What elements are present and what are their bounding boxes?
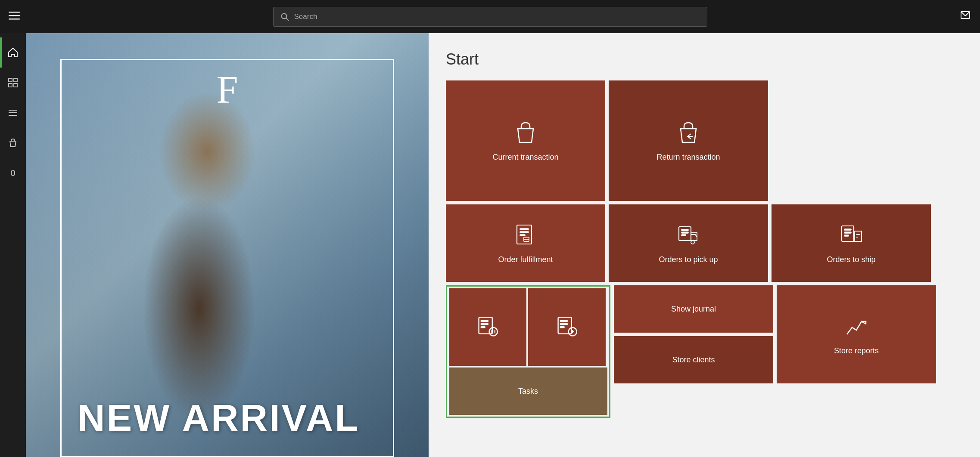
tile-orders-to-ship-label: Orders to ship [822,255,880,264]
svg-rect-17 [520,232,529,233]
search-bar-wrapper: Search [273,7,707,27]
tile-orders-to-ship[interactable]: Orders to ship [772,204,931,282]
sidebar-item-home[interactable] [0,37,26,68]
svg-point-25 [691,241,694,244]
left-group: Tasks [446,285,610,418]
search-placeholder: Search [294,12,317,21]
start-title: Start [446,50,963,68]
sidebar-item-products[interactable] [0,68,26,98]
svg-rect-11 [14,83,17,87]
svg-rect-26 [842,226,854,241]
svg-rect-23 [681,232,688,233]
hero-headline: NEW ARRIVAL [78,396,360,440]
svg-rect-29 [844,235,849,236]
tile-store-clients[interactable]: Store clients [614,336,773,383]
svg-point-3 [281,13,286,19]
svg-rect-2 [9,19,20,20]
search-icon [280,12,289,21]
svg-rect-18 [520,235,525,236]
svg-rect-22 [681,229,688,231]
svg-rect-39 [560,324,567,325]
svg-rect-21 [679,227,691,241]
tile-tasks-label: Tasks [514,387,542,396]
sidebar: 0 [0,33,26,457]
tile-my-clients-label: Show journal [667,305,720,314]
svg-point-34 [489,327,498,336]
tile-my-clients[interactable]: Show journal [614,285,773,333]
tile-store-clients-label: Store clients [668,355,719,364]
svg-rect-31 [481,320,488,321]
tile-tasks[interactable]: Tasks [449,367,607,415]
svg-rect-9 [14,78,17,82]
sidebar-item-bag[interactable] [0,128,26,158]
return-bag-icon [675,120,701,146]
pickup-truck-icon [675,222,701,248]
svg-line-7 [965,12,970,16]
svg-rect-32 [481,324,488,325]
tiles-row-2: Order fulfillment Orders to pick up [446,204,963,282]
tile-show-journal[interactable] [528,288,606,366]
tiles-row-3: Tasks Show journal Store clients [446,285,963,418]
main-area: 0 F NEW ARRIVAL Start Current transactio… [0,33,980,457]
right-panel: Start Current transaction [429,33,980,457]
recall-icon [475,314,501,340]
small-tiles-row [449,288,607,366]
journal-icon [554,314,580,340]
hero-brand: F [216,68,238,112]
tile-store-reports-label: Store reports [830,346,883,355]
tile-return-transaction[interactable]: Return transaction [609,80,768,201]
svg-rect-16 [520,228,529,230]
svg-rect-10 [9,83,12,87]
svg-line-4 [286,18,289,21]
tile-orders-to-pick-up[interactable]: Orders to pick up [609,204,768,282]
svg-rect-37 [558,317,572,333]
sidebar-counter: 0 [0,158,26,188]
middle-group: Show journal Store clients [614,285,773,383]
menu-icon[interactable] [9,10,20,24]
tile-recall-transaction[interactable] [449,288,526,366]
notification-icon[interactable] [959,10,971,24]
sidebar-item-list[interactable] [0,98,26,128]
tiles-row-1: Current transaction Return transaction [446,80,963,201]
svg-rect-28 [844,232,851,233]
tile-order-fulfillment-label: Order fulfillment [494,255,557,264]
tile-current-transaction[interactable]: Current transaction [446,80,605,201]
tile-orders-to-pick-up-label: Orders to pick up [654,255,722,264]
order-doc-icon [513,222,538,248]
tile-current-transaction-label: Current transaction [488,153,563,162]
svg-rect-30 [479,317,492,333]
svg-rect-0 [9,12,20,13]
svg-rect-40 [560,327,564,328]
tile-store-reports[interactable]: Store reports [777,285,936,383]
svg-rect-1 [9,15,20,16]
shopping-bag-icon [513,120,538,146]
hero-area: F NEW ARRIVAL [26,33,429,457]
ship-doc-icon [838,222,864,248]
svg-rect-27 [844,229,851,230]
svg-rect-8 [9,78,12,82]
tile-order-fulfillment[interactable]: Order fulfillment [446,204,605,282]
tile-return-transaction-label: Return transaction [652,153,724,162]
chart-icon [843,314,869,340]
green-outline-group: Tasks [446,285,610,418]
svg-rect-38 [560,320,567,321]
search-bar[interactable]: Search [273,7,707,27]
svg-rect-33 [481,327,485,328]
tiles-grid: Current transaction Return transaction [446,80,963,418]
topbar: Search [0,0,980,33]
svg-line-6 [961,12,965,16]
svg-rect-24 [681,235,686,236]
